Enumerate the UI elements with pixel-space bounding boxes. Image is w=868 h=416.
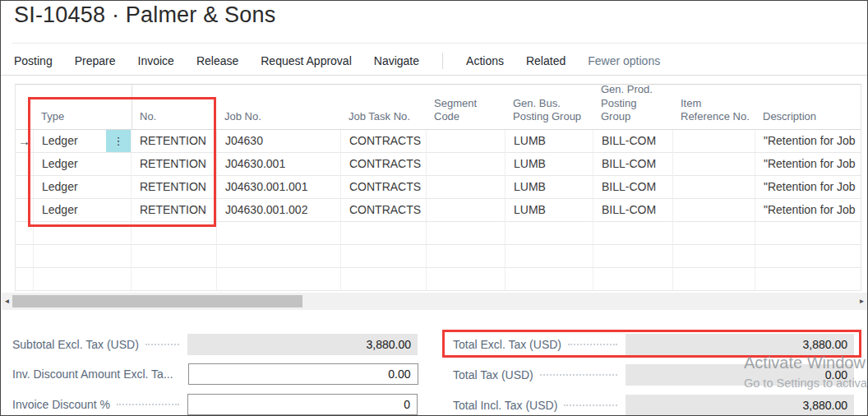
empty-row-cell[interactable] — [755, 268, 861, 291]
row-selector[interactable] — [16, 199, 34, 222]
menu-release[interactable]: Release — [196, 54, 238, 67]
empty-row-cell[interactable] — [673, 268, 755, 291]
empty-row-cell[interactable] — [673, 222, 755, 245]
empty-row-cell[interactable] — [16, 268, 34, 291]
cell-item-ref[interactable] — [673, 199, 755, 222]
column-header-no[interactable]: No. — [132, 85, 217, 130]
cell-job-task-no[interactable]: CONTRACTS — [341, 199, 427, 222]
assist-edit-ellipsis-icon[interactable]: ⋮ — [106, 130, 131, 152]
empty-row-cell[interactable] — [593, 268, 673, 291]
scroll-left-icon[interactable]: ◄ — [2, 293, 12, 310]
menu-actions[interactable]: Actions — [466, 54, 504, 67]
empty-row-cell[interactable] — [506, 245, 593, 268]
cell-no[interactable]: RETENTION — [132, 199, 217, 222]
cell-item-ref[interactable] — [673, 153, 755, 176]
empty-row-cell[interactable] — [217, 222, 341, 245]
column-header-job-task-no[interactable]: Job Task No. — [341, 85, 427, 130]
row-selector[interactable] — [16, 153, 34, 176]
empty-row-cell[interactable] — [132, 245, 217, 268]
invoice-discount-pct-input[interactable] — [187, 394, 418, 415]
menu-fewer-options[interactable]: Fewer options — [588, 54, 660, 67]
cell-gen-prod[interactable]: BILL-COM — [593, 153, 673, 176]
empty-row-cell[interactable] — [506, 268, 593, 291]
empty-row-cell[interactable] — [427, 245, 506, 268]
empty-row-cell[interactable] — [593, 222, 673, 245]
menu-posting[interactable]: Posting — [14, 54, 53, 67]
empty-row-cell[interactable] — [217, 245, 341, 268]
cell-item-ref[interactable] — [673, 130, 755, 153]
column-header-segment-code[interactable]: Segment Code — [427, 85, 506, 130]
empty-row-cell[interactable] — [16, 245, 34, 268]
cell-description[interactable]: "Retention for Job — [755, 153, 861, 176]
empty-row-cell[interactable] — [755, 222, 861, 245]
empty-row-cell[interactable] — [593, 245, 673, 268]
column-header-item-reference-no[interactable]: Item Reference No. — [673, 85, 755, 130]
empty-row-cell[interactable] — [673, 245, 755, 268]
cell-description[interactable]: "Retention for Job — [755, 199, 861, 222]
cell-job-task-no[interactable]: CONTRACTS — [341, 153, 427, 176]
scroll-right-icon[interactable]: ► — [856, 293, 867, 310]
cell-type[interactable]: Ledger — [34, 199, 132, 222]
empty-row-cell[interactable] — [34, 268, 132, 291]
cell-job-no[interactable]: J04630.001.001 — [217, 176, 341, 199]
cell-gen-prod[interactable]: BILL-COM — [593, 176, 673, 199]
cell-job-no[interactable]: J04630 — [217, 130, 341, 153]
cell-item-ref[interactable] — [673, 176, 755, 199]
empty-row-cell[interactable] — [217, 268, 341, 291]
empty-row-cell[interactable] — [132, 222, 217, 245]
column-header-description[interactable]: Description — [755, 85, 861, 130]
column-header-type[interactable]: Type — [34, 85, 132, 130]
cell-no[interactable]: RETENTION — [132, 176, 217, 199]
empty-row-cell[interactable] — [506, 222, 593, 245]
cell-gen-prod[interactable]: BILL-COM — [593, 199, 673, 222]
cell-job-no[interactable]: J04630.001.002 — [217, 199, 341, 222]
empty-row-cell[interactable] — [16, 222, 34, 245]
menu-prepare[interactable]: Prepare — [75, 54, 116, 67]
menu-navigate[interactable]: Navigate — [374, 54, 419, 67]
empty-row-cell[interactable] — [427, 222, 506, 245]
empty-row-cell[interactable] — [132, 268, 217, 291]
invoice-window: SI-10458 · Palmer & Sons Posting Prepare… — [0, 0, 868, 416]
cell-segment-code[interactable] — [427, 130, 506, 153]
cell-no[interactable]: RETENTION — [132, 130, 217, 153]
horizontal-scrollbar[interactable]: ◄ ► — [2, 293, 867, 310]
menu-request-approval[interactable]: Request Approval — [261, 54, 352, 67]
cell-description[interactable]: "Retention for Job — [755, 130, 861, 153]
dotted-leader — [540, 374, 617, 376]
cell-segment-code[interactable] — [427, 199, 506, 222]
cell-type[interactable]: Ledger — [34, 153, 132, 176]
page-title: SI-10458 · Palmer & Sons — [14, 2, 275, 28]
column-header-gen-prod-posting-group[interactable]: Gen. Prod. Posting Group — [593, 85, 673, 130]
row-selector[interactable]: → — [16, 130, 34, 153]
cell-segment-code[interactable] — [427, 153, 506, 176]
cell-description[interactable]: "Retention for Job — [755, 176, 861, 199]
cell-job-task-no[interactable]: CONTRACTS — [341, 176, 427, 199]
menu-invoice[interactable]: Invoice — [138, 54, 174, 67]
empty-row-cell[interactable] — [341, 222, 427, 245]
row-selector[interactable] — [16, 176, 34, 199]
empty-row-cell[interactable] — [34, 245, 132, 268]
scrollbar-thumb[interactable] — [12, 295, 302, 307]
cell-gen-bus[interactable]: LUMB — [506, 130, 593, 153]
column-header-gen-bus-posting-group[interactable]: Gen. Bus. Posting Group — [506, 85, 593, 130]
cell-gen-bus[interactable]: LUMB — [506, 153, 593, 176]
cell-type[interactable]: Ledger⋮ — [34, 130, 132, 153]
column-header-job-no[interactable]: Job No. — [217, 85, 341, 130]
inv-discount-amount-input[interactable] — [188, 363, 418, 385]
column-header-gutter — [16, 85, 34, 130]
cell-segment-code[interactable] — [427, 176, 506, 199]
empty-row-cell[interactable] — [341, 268, 427, 291]
total-tax-label: Total Tax (USD) — [453, 368, 533, 381]
cell-type[interactable]: Ledger — [34, 176, 132, 199]
cell-gen-prod[interactable]: BILL-COM — [593, 130, 673, 153]
cell-no[interactable]: RETENTION — [132, 153, 217, 176]
cell-job-no[interactable]: J04630.001 — [217, 153, 341, 176]
empty-row-cell[interactable] — [341, 245, 427, 268]
menu-related[interactable]: Related — [526, 54, 566, 67]
empty-row-cell[interactable] — [34, 222, 132, 245]
cell-gen-bus[interactable]: LUMB — [506, 199, 593, 222]
empty-row-cell[interactable] — [755, 245, 861, 268]
cell-gen-bus[interactable]: LUMB — [506, 176, 593, 199]
cell-job-task-no[interactable]: CONTRACTS — [341, 130, 427, 153]
empty-row-cell[interactable] — [427, 268, 506, 291]
